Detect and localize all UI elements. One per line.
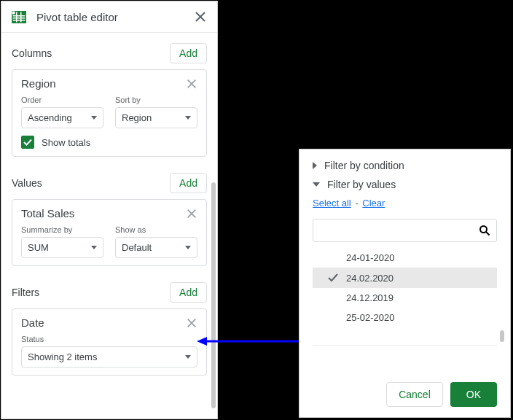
columns-section: Columns Add Region Order Ascending Sort … bbox=[1, 33, 217, 157]
showas-value: Default bbox=[122, 242, 152, 253]
showas-dropdown[interactable]: Default bbox=[115, 237, 197, 258]
caret-down-icon bbox=[185, 116, 191, 120]
status-dropdown[interactable]: Showing 2 items bbox=[21, 346, 197, 368]
svg-rect-2 bbox=[13, 15, 26, 17]
remove-filter-icon[interactable] bbox=[186, 317, 197, 329]
annotation-arrow bbox=[197, 334, 306, 349]
status-value: Showing 2 items bbox=[28, 351, 97, 362]
divider bbox=[313, 345, 497, 346]
add-value-button[interactable]: Add bbox=[170, 173, 207, 193]
remove-value-icon[interactable] bbox=[186, 208, 197, 219]
triangle-down-icon bbox=[313, 182, 320, 187]
svg-rect-1 bbox=[12, 11, 15, 15]
select-all-link[interactable]: Select all bbox=[313, 198, 351, 209]
panel-header: Pivot table editor bbox=[1, 1, 217, 33]
svg-rect-3 bbox=[13, 18, 26, 19]
list-item[interactable]: 25-02-2020 bbox=[313, 308, 497, 327]
order-value: Ascending bbox=[28, 112, 72, 123]
panel-title: Pivot table editor bbox=[36, 11, 194, 23]
add-column-button[interactable]: Add bbox=[170, 43, 207, 63]
svg-rect-6 bbox=[20, 12, 22, 22]
pivot-table-icon bbox=[12, 11, 26, 23]
column-card-name: Region bbox=[21, 77, 56, 90]
svg-rect-5 bbox=[16, 12, 17, 22]
filter-by-values-row[interactable]: Filter by values bbox=[313, 179, 497, 190]
filter-card-date: Date Status Showing 2 items bbox=[12, 308, 207, 376]
scrollbar[interactable] bbox=[211, 182, 216, 408]
filter-condition-label: Filter by condition bbox=[324, 160, 404, 171]
add-filter-button[interactable]: Add bbox=[170, 282, 207, 303]
filters-section: Filters Add Date Status Showing 2 items bbox=[1, 272, 217, 376]
pivot-editor-panel: Pivot table editor Columns Add Region Or… bbox=[1, 1, 218, 419]
caret-down-icon bbox=[91, 116, 97, 120]
caret-down-icon bbox=[91, 246, 97, 249]
status-label: Status bbox=[21, 335, 197, 343]
list-item[interactable]: 24.12.2019 bbox=[313, 288, 497, 308]
sortby-label: Sort by bbox=[115, 96, 197, 104]
list-item[interactable]: 24.02.2020 bbox=[313, 268, 497, 288]
remove-column-icon[interactable] bbox=[186, 78, 197, 90]
list-item[interactable]: 24-01-2020 bbox=[313, 248, 497, 268]
svg-point-9 bbox=[480, 226, 487, 233]
caret-down-icon bbox=[185, 246, 191, 249]
scrollbar[interactable] bbox=[500, 330, 504, 342]
value-card-name: Total Sales bbox=[21, 207, 74, 219]
columns-title: Columns bbox=[12, 47, 52, 59]
checkmark-icon bbox=[23, 137, 33, 147]
value-card-totalsales: Total Sales Summarize by SUM Show as Def… bbox=[12, 199, 207, 266]
show-totals-checkbox[interactable] bbox=[21, 136, 34, 149]
filter-card-name: Date bbox=[21, 316, 44, 329]
filter-values-label: Filter by values bbox=[327, 179, 396, 190]
values-title: Values bbox=[12, 177, 42, 189]
svg-marker-8 bbox=[197, 337, 207, 346]
summarize-label: Summarize by bbox=[21, 225, 103, 234]
filter-by-condition-row[interactable]: Filter by condition bbox=[313, 160, 497, 171]
clear-link[interactable]: Clear bbox=[362, 198, 385, 209]
svg-line-10 bbox=[486, 232, 490, 236]
search-box[interactable] bbox=[313, 219, 497, 242]
svg-rect-4 bbox=[13, 20, 26, 21]
filters-title: Filters bbox=[12, 287, 39, 298]
checkmark-icon bbox=[327, 272, 339, 284]
order-label: Order bbox=[21, 96, 103, 104]
filter-values-popup: Filter by condition Filter by values Sel… bbox=[299, 149, 511, 418]
search-input[interactable] bbox=[319, 225, 479, 236]
summarize-dropdown[interactable]: SUM bbox=[21, 237, 103, 258]
values-section: Values Add Total Sales Summarize by SUM … bbox=[1, 163, 217, 266]
caret-down-icon bbox=[185, 355, 191, 359]
select-links: Select all - Clear bbox=[313, 198, 497, 209]
triangle-right-icon bbox=[313, 162, 317, 169]
order-dropdown[interactable]: Ascending bbox=[21, 107, 103, 128]
value-list: 24-01-2020 24.02.2020 24.12.2019 25-02-2… bbox=[313, 248, 497, 327]
ok-button[interactable]: OK bbox=[450, 382, 497, 407]
close-icon[interactable] bbox=[194, 10, 207, 23]
sortby-value: Region bbox=[122, 112, 152, 123]
cancel-button[interactable]: Cancel bbox=[386, 382, 443, 407]
search-icon bbox=[479, 225, 490, 236]
sortby-dropdown[interactable]: Region bbox=[115, 107, 197, 128]
showas-label: Show as bbox=[115, 225, 197, 234]
summarize-value: SUM bbox=[28, 242, 49, 253]
show-totals-label: Show totals bbox=[42, 137, 90, 148]
column-card-region: Region Order Ascending Sort by Region bbox=[12, 69, 207, 157]
